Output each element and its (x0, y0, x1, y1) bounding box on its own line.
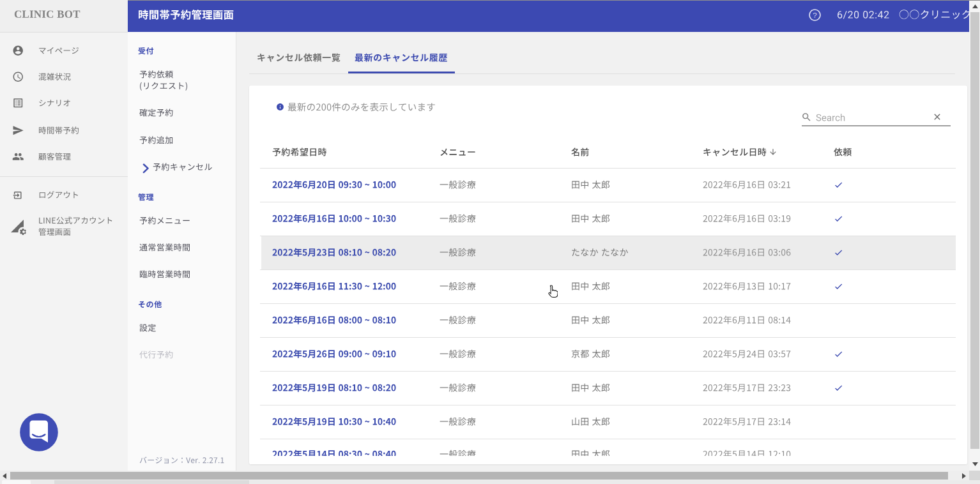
svg-text:?: ? (813, 11, 816, 19)
